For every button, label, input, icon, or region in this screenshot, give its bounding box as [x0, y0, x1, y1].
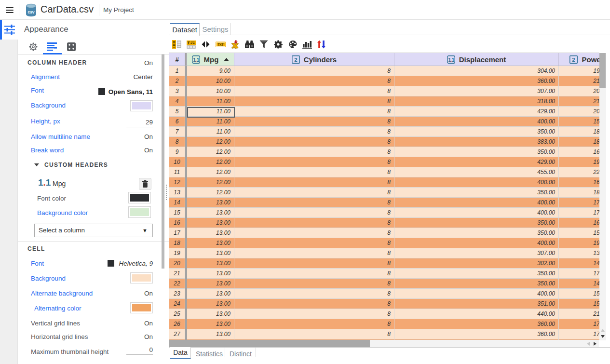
svg-text:1: 1	[448, 57, 451, 62]
svg-text:2: 2	[572, 57, 575, 63]
svg-text:1: 1	[193, 57, 196, 62]
svg-text:1: 1	[452, 57, 455, 62]
svg-text:2: 2	[294, 57, 297, 63]
svg-text:csv: csv	[27, 10, 34, 14]
svg-text:1: 1	[196, 57, 199, 62]
svg-text:TXT: TXT	[217, 43, 223, 46]
